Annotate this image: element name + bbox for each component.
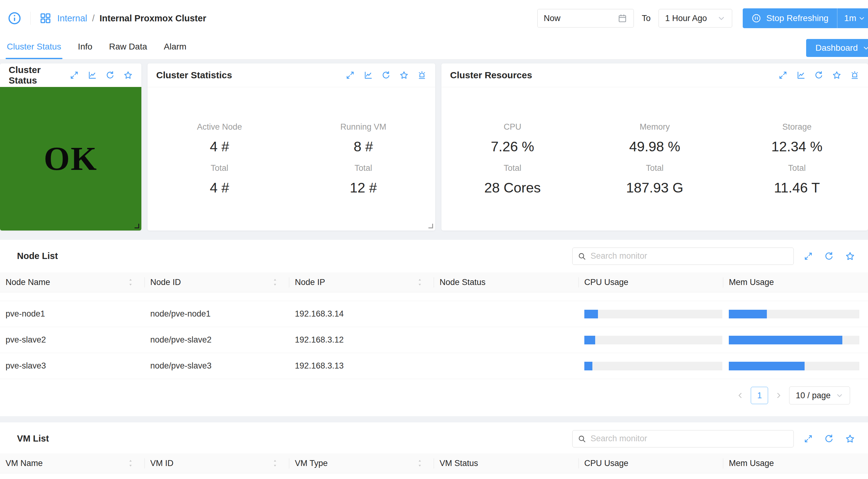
expand-icon[interactable] xyxy=(70,70,79,80)
column-node-name[interactable]: Node Name xyxy=(0,272,145,292)
resize-handle[interactable] xyxy=(428,224,433,228)
vm-table-header: VM Name VM ID VM Type VM Status CPU Usag… xyxy=(0,453,868,473)
column-node-ip[interactable]: Node IP xyxy=(289,272,434,292)
star-icon[interactable] xyxy=(399,70,409,80)
sort-icon[interactable] xyxy=(273,459,277,468)
stop-refreshing-label: Stop Refreshing xyxy=(766,13,828,23)
node-list-panel: Node List Node Name Node ID Node IP Node… xyxy=(0,240,868,416)
sort-icon[interactable] xyxy=(273,278,277,287)
panel-icon-group xyxy=(804,251,859,261)
stat-total-label: Total xyxy=(646,163,663,173)
sort-icon[interactable] xyxy=(128,459,133,468)
cpu-usage-cell xyxy=(579,336,723,345)
resize-handle[interactable] xyxy=(134,224,139,228)
column-node-id[interactable]: Node ID xyxy=(145,272,289,292)
expand-icon[interactable] xyxy=(778,70,787,80)
vm-search-input[interactable] xyxy=(591,434,788,443)
node-id-cell: node/pve-slave3 xyxy=(145,361,289,371)
star-icon[interactable] xyxy=(845,251,855,261)
node-id-cell: node/pve-slave2 xyxy=(145,335,289,345)
alert-icon[interactable] xyxy=(417,70,427,80)
stat-memory: Memory 49.98 % Total 187.93 G xyxy=(584,122,726,196)
time-controls: Now To 1 Hour Ago Stop Refreshing 1m xyxy=(537,8,868,28)
tab-raw-data[interactable]: Raw Data xyxy=(108,42,149,59)
stat-total-value: 12 # xyxy=(350,180,377,196)
alert-icon[interactable] xyxy=(850,70,859,80)
stat-label: CPU xyxy=(504,122,521,132)
info-icon[interactable] xyxy=(7,11,22,25)
refresh-icon[interactable] xyxy=(814,70,824,80)
node-table-body[interactable]: pve-master node/pve-master 192.168.3.11 … xyxy=(0,292,868,396)
column-vm-name[interactable]: VM Name xyxy=(0,453,145,473)
table-row[interactable] xyxy=(0,473,868,479)
stop-refreshing-button[interactable]: Stop Refreshing xyxy=(743,13,837,23)
vm-table-body[interactable] xyxy=(0,473,868,479)
top-bar: Internal / Internal Proxmox Cluster Now … xyxy=(0,0,868,36)
previous-page-button[interactable] xyxy=(736,391,745,400)
table-row[interactable]: pve-master node/pve-master 192.168.3.11 xyxy=(0,292,868,301)
sort-icon[interactable] xyxy=(417,278,422,287)
expand-icon[interactable] xyxy=(345,70,355,80)
stat-label: Active Node xyxy=(197,122,242,132)
refresh-icon[interactable] xyxy=(824,251,834,261)
expand-icon[interactable] xyxy=(804,251,813,261)
refresh-icon[interactable] xyxy=(105,70,115,80)
cluster-status-card: Cluster Status OK xyxy=(0,63,142,231)
page-size-select[interactable]: 10 / page xyxy=(789,387,850,405)
stat-active-node: Active Node 4 # Total 4 # xyxy=(148,122,291,196)
cluster-resources-card: Cluster Resources CPU 7.26 % Total 28 Co… xyxy=(441,63,868,231)
node-search-input[interactable] xyxy=(591,251,788,261)
tab-alarm[interactable]: Alarm xyxy=(163,42,188,59)
column-vm-id[interactable]: VM ID xyxy=(145,453,289,473)
time-to-select[interactable]: 1 Hour Ago xyxy=(658,9,732,28)
time-from-input[interactable]: Now xyxy=(537,9,634,28)
chart-icon[interactable] xyxy=(364,70,373,80)
node-name-cell: pve-master xyxy=(0,292,145,293)
grid-icon[interactable] xyxy=(39,12,52,25)
refresh-icon[interactable] xyxy=(381,70,391,80)
column-vm-type[interactable]: VM Type xyxy=(289,453,434,473)
stat-value: 12.34 % xyxy=(772,139,823,155)
stat-total-value: 187.93 G xyxy=(626,180,683,196)
mem-usage-cell xyxy=(723,362,868,370)
card-title: Cluster Statistics xyxy=(156,70,232,81)
node-name-cell: pve-slave2 xyxy=(0,335,145,345)
chart-icon[interactable] xyxy=(796,70,806,80)
mem-usage-cell xyxy=(723,310,868,319)
node-ip-cell: 192.168.3.13 xyxy=(289,361,434,371)
next-page-button[interactable] xyxy=(774,391,783,400)
expand-icon[interactable] xyxy=(804,434,813,443)
table-row[interactable]: pve-slave3 node/pve-slave3 192.168.3.13 xyxy=(0,353,868,379)
sort-icon[interactable] xyxy=(417,459,422,468)
star-icon[interactable] xyxy=(123,70,133,80)
calendar-icon xyxy=(617,13,627,23)
stat-running-vm: Running VM 8 # Total 12 # xyxy=(291,122,435,196)
card-title: Cluster Resources xyxy=(450,70,532,81)
column-vm-status: VM Status xyxy=(434,453,579,473)
table-row[interactable]: pve-node1 node/pve-node1 192.168.3.14 xyxy=(0,301,868,327)
refresh-interval-button[interactable]: 1m xyxy=(837,13,868,23)
page-number-button[interactable]: 1 xyxy=(751,387,768,404)
sort-icon[interactable] xyxy=(128,278,133,287)
tab-cluster-status[interactable]: Cluster Status xyxy=(6,42,62,59)
column-cpu-usage: CPU Usage xyxy=(579,453,723,473)
table-row[interactable]: pve-slave2 node/pve-slave2 192.168.3.12 xyxy=(0,327,868,353)
stat-value: 49.98 % xyxy=(629,139,680,155)
node-ip-cell: 192.168.3.14 xyxy=(289,309,434,319)
refresh-icon[interactable] xyxy=(824,434,834,444)
node-status-cell xyxy=(434,335,579,345)
resources-body: CPU 7.26 % Total 28 Cores Memory 49.98 %… xyxy=(441,87,868,231)
star-icon[interactable] xyxy=(832,70,841,80)
dashboard-button[interactable]: Dashboard xyxy=(806,39,868,57)
node-list-title: Node List xyxy=(17,251,58,261)
search-icon xyxy=(578,252,586,261)
panel-header: Node List xyxy=(0,240,868,272)
cluster-statistics-card: Cluster Statistics Active Node 4 # Total… xyxy=(148,63,435,231)
chart-icon[interactable] xyxy=(88,70,97,80)
search-icon xyxy=(578,435,586,443)
star-icon[interactable] xyxy=(845,434,855,444)
tab-info[interactable]: Info xyxy=(77,42,94,59)
stat-total-value: 28 Cores xyxy=(485,180,541,196)
panel-actions xyxy=(572,247,859,265)
breadcrumb-section-link[interactable]: Internal xyxy=(57,13,87,24)
